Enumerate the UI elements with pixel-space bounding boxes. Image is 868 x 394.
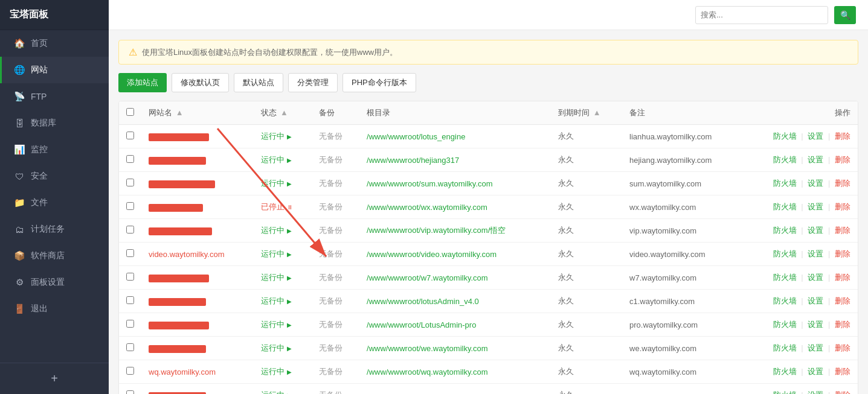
firewall-link[interactable]: 防火墙: [773, 273, 797, 282]
firewall-link[interactable]: 防火墙: [773, 179, 797, 188]
row-checkbox[interactable]: [126, 202, 134, 210]
delete-link[interactable]: 删除: [835, 202, 850, 211]
sidebar-item-files[interactable]: 📁 文件: [0, 189, 109, 216]
site-name-redacted: [149, 275, 209, 282]
delete-link[interactable]: 删除: [835, 296, 850, 305]
delete-link[interactable]: 删除: [835, 320, 850, 329]
sidebar-item-settings[interactable]: ⚙ 面板设置: [0, 269, 109, 296]
separator: |: [828, 202, 830, 211]
settings-link[interactable]: 设置: [808, 367, 823, 376]
firewall-link[interactable]: 防火墙: [773, 226, 797, 235]
delete-link[interactable]: 删除: [835, 367, 850, 376]
play-icon: ▶: [287, 369, 292, 375]
row-checkbox[interactable]: [126, 179, 134, 186]
row-checkbox[interactable]: [126, 390, 134, 394]
settings-link[interactable]: 设置: [808, 296, 823, 305]
sidebar-item-website[interactable]: 🌐 网站: [0, 57, 109, 83]
table-row: 运行中 ▶无备份/www/wwwroot/hejiang317永久hejiang…: [119, 148, 858, 172]
site-root[interactable]: ...: [359, 384, 551, 395]
settings-link[interactable]: 设置: [808, 226, 823, 235]
firewall-link[interactable]: 防火墙: [773, 132, 797, 141]
search-button[interactable]: 🔍: [834, 6, 856, 24]
firewall-link[interactable]: 防火墙: [773, 202, 797, 211]
row-checkbox[interactable]: [126, 367, 134, 375]
site-root[interactable]: /www/wwwroot/sum.waytomilky.com: [359, 172, 551, 195]
row-checkbox[interactable]: [126, 132, 134, 139]
separator: |: [828, 343, 830, 352]
settings-link[interactable]: 设置: [808, 320, 823, 329]
settings-link[interactable]: 设置: [808, 155, 823, 164]
delete-link[interactable]: 删除: [835, 390, 850, 394]
delete-link[interactable]: 删除: [835, 226, 850, 235]
site-backup: 无备份: [312, 337, 359, 360]
site-remark: c1.waytomilky.com: [622, 290, 743, 313]
row-checkbox[interactable]: [126, 249, 134, 257]
site-expire: 永久: [551, 243, 622, 266]
delete-link[interactable]: 删除: [835, 343, 850, 352]
row-checkbox[interactable]: [126, 296, 134, 304]
site-root[interactable]: /www/wwwroot/lotus_engine: [359, 125, 551, 148]
add-site-button[interactable]: 添加站点: [118, 73, 167, 92]
site-root[interactable]: /www/wwwroot/we.waytomilky.com: [359, 337, 551, 360]
site-backup: 无备份: [312, 384, 359, 395]
php-version-button[interactable]: PHP命令行版本: [342, 73, 416, 92]
sidebar-item-appstore[interactable]: 📦 软件商店: [0, 243, 109, 269]
site-root[interactable]: /www/wwwroot/hejiang317: [359, 148, 551, 172]
settings-link[interactable]: 设置: [808, 390, 823, 394]
delete-link[interactable]: 删除: [835, 155, 850, 164]
site-root[interactable]: /www/wwwroot/wq.waytomilky.com: [359, 360, 551, 384]
separator: |: [801, 390, 803, 394]
play-icon: ▶: [287, 298, 292, 305]
site-status: 运行中 ▶: [254, 266, 312, 290]
search-input[interactable]: [695, 6, 828, 24]
sidebar-item-logout[interactable]: 🚪 退出: [0, 296, 109, 322]
firewall-link[interactable]: 防火墙: [773, 296, 797, 305]
site-root[interactable]: /www/wwwroot/video.waytomilky.com: [359, 243, 551, 266]
firewall-link[interactable]: 防火墙: [773, 249, 797, 258]
sidebar-item-cron[interactable]: 🗂 计划任务: [0, 216, 109, 243]
sidebar-add-button[interactable]: +: [0, 363, 109, 394]
delete-link[interactable]: 删除: [835, 249, 850, 258]
delete-link[interactable]: 删除: [835, 179, 850, 188]
sidebar-item-monitor[interactable]: 📊 监控: [0, 136, 109, 163]
delete-link[interactable]: 删除: [835, 132, 850, 141]
site-backup: 无备份: [312, 290, 359, 313]
sidebar-item-ftp[interactable]: 📡 FTP: [0, 83, 109, 110]
site-root[interactable]: /www/wwwroot/wx.waytomilky.com: [359, 195, 551, 219]
firewall-link[interactable]: 防火墙: [773, 343, 797, 352]
site-name-redacted: [149, 180, 215, 188]
modify-default-button[interactable]: 修改默认页: [172, 73, 229, 92]
site-root[interactable]: /www/wwwroot/LotusAdmin-pro: [359, 313, 551, 337]
row-checkbox[interactable]: [126, 226, 134, 234]
settings-link[interactable]: 设置: [808, 273, 823, 282]
settings-link[interactable]: 设置: [808, 179, 823, 188]
sidebar-item-database[interactable]: 🗄 数据库: [0, 110, 109, 136]
site-status: 运行中 ▶: [254, 125, 312, 148]
settings-icon: ⚙: [14, 277, 25, 288]
firewall-link[interactable]: 防火墙: [773, 390, 797, 394]
settings-link[interactable]: 设置: [808, 132, 823, 141]
site-root[interactable]: /www/wwwroot/lotusAdmin_v4.0: [359, 290, 551, 313]
row-checkbox[interactable]: [126, 320, 134, 328]
select-all-checkbox[interactable]: [126, 108, 134, 116]
row-checkbox[interactable]: [126, 273, 134, 281]
row-checkbox[interactable]: [126, 343, 134, 351]
firewall-link[interactable]: 防火墙: [773, 367, 797, 376]
delete-link[interactable]: 删除: [835, 273, 850, 282]
firewall-link[interactable]: 防火墙: [773, 320, 797, 329]
site-expire: 永久: [551, 266, 622, 290]
separator: |: [801, 179, 803, 188]
site-actions: 防火墙 | 设置 | 删除: [743, 337, 858, 360]
row-checkbox[interactable]: [126, 155, 134, 163]
category-button[interactable]: 分类管理: [288, 73, 338, 92]
settings-link[interactable]: 设置: [808, 202, 823, 211]
stopped-status: 已停止 ⏸: [261, 202, 304, 212]
sidebar-item-home[interactable]: 🏠 首页: [0, 30, 109, 57]
settings-link[interactable]: 设置: [808, 249, 823, 258]
site-root[interactable]: /www/wwwroot/w7.waytomilky.com: [359, 266, 551, 290]
site-root[interactable]: /www/wwwroot/vip.waytomilky.com/悟空: [359, 219, 551, 243]
settings-link[interactable]: 设置: [808, 343, 823, 352]
default-site-button[interactable]: 默认站点: [234, 73, 283, 92]
firewall-link[interactable]: 防火墙: [773, 155, 797, 164]
sidebar-item-security[interactable]: 🛡 安全: [0, 163, 109, 189]
